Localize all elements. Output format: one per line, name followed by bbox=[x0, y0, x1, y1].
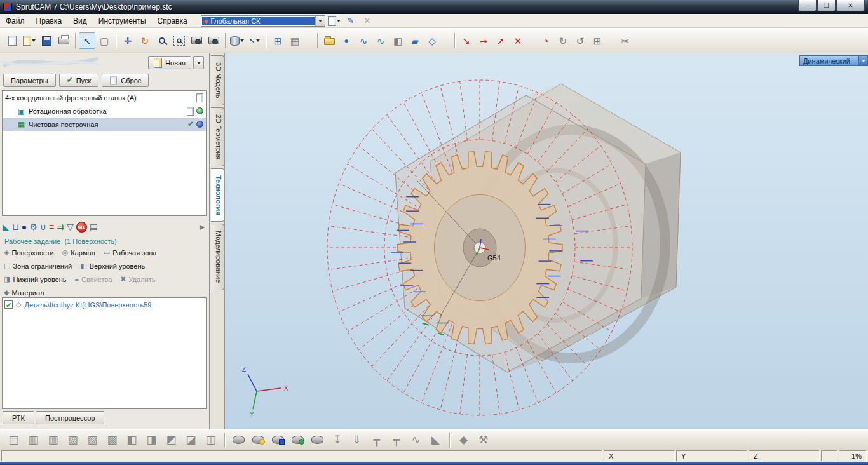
point-tool-button[interactable]: ● bbox=[338, 32, 355, 49]
plane-tool-button[interactable]: ▰ bbox=[407, 32, 423, 49]
pick-mode-button[interactable]: ↖ bbox=[246, 32, 262, 49]
close-button[interactable]: ✕ bbox=[836, 0, 865, 11]
machine-scheme-8-button[interactable]: ◨ bbox=[143, 433, 160, 448]
machine-gears-icon[interactable]: ⚙ bbox=[29, 222, 37, 232]
menu-file[interactable]: Файл bbox=[0, 15, 31, 27]
tab-3d-model[interactable]: 3D Модель bbox=[211, 55, 224, 105]
minimize-button[interactable]: – bbox=[798, 0, 817, 11]
strip-expand-arrow[interactable]: ► bbox=[198, 222, 207, 232]
snap-endpoint-button[interactable]: ➘ bbox=[458, 32, 475, 49]
tab-rtk[interactable]: РТК bbox=[3, 411, 34, 424]
sim-workpiece-button[interactable] bbox=[230, 433, 247, 448]
link-bottom-level[interactable]: ◨Нижний уровень bbox=[4, 274, 67, 284]
link-pocket[interactable]: ◎Карман bbox=[62, 248, 95, 257]
machine-scheme-7-button[interactable]: ◧ bbox=[123, 433, 140, 448]
viewport-3d[interactable]: G54 Z X Y Динамический bbox=[225, 53, 868, 429]
surface-tool-button[interactable]: ◧ bbox=[390, 32, 406, 49]
spline-tool-button[interactable]: ∿ bbox=[372, 32, 389, 49]
sim-fixture-button[interactable] bbox=[269, 433, 287, 448]
scene-canvas[interactable]: G54 Z X Y bbox=[225, 53, 868, 429]
tab-2d-geometry[interactable]: 2D Геометрия bbox=[211, 107, 224, 166]
tab-technology[interactable]: Технология bbox=[211, 168, 224, 222]
snap-midpoint-button[interactable]: ➙ bbox=[475, 32, 492, 49]
select-cursor-button[interactable]: ↖ bbox=[79, 32, 95, 49]
new-operation-dropdown[interactable] bbox=[193, 56, 204, 69]
machine-doc-icon[interactable] bbox=[196, 93, 203, 102]
rotate-view-button[interactable]: ↻ bbox=[137, 32, 153, 49]
machine-scheme-4-button[interactable]: ▧ bbox=[64, 433, 81, 448]
parameters-button[interactable]: Параметры bbox=[3, 74, 56, 87]
item-checkbox[interactable]: ✔ bbox=[4, 300, 13, 309]
tree-row-operation-selected[interactable]: ▦ Чистовая построчная ✔ bbox=[3, 118, 206, 131]
array-grid-button[interactable]: ⊞ bbox=[589, 32, 606, 49]
tool-holder-button[interactable]: ┳ bbox=[368, 433, 385, 448]
tool-sphere-icon[interactable]: ● bbox=[22, 222, 27, 232]
pan-view-button[interactable]: ✛ bbox=[119, 32, 136, 49]
machine-scheme-10-button[interactable]: ◪ bbox=[182, 433, 200, 448]
face-tool-button[interactable]: ◇ bbox=[424, 32, 440, 49]
menu-edit[interactable]: Правка bbox=[31, 15, 68, 27]
menu-view[interactable]: Вид bbox=[67, 15, 93, 27]
link-material[interactable]: ◆Материал bbox=[4, 288, 44, 297]
curve-tool-button[interactable]: ∿ bbox=[355, 32, 372, 49]
link-restrict-zone[interactable]: ▢Зона ограничений bbox=[4, 261, 72, 271]
link-top-level[interactable]: ◧Верхний уровень bbox=[80, 261, 145, 271]
tree-row-operation-group[interactable]: ▣ Ротационная обработка bbox=[3, 104, 206, 118]
trim-button[interactable]: ✂ bbox=[617, 32, 634, 49]
print-button[interactable] bbox=[55, 32, 72, 49]
shading-mode-button[interactable] bbox=[229, 32, 245, 49]
measure-angle-button[interactable]: ◔ bbox=[538, 32, 554, 49]
snap-off-button[interactable]: ✕ bbox=[510, 32, 526, 49]
workpiece-icon[interactable]: ⊔ bbox=[12, 222, 19, 232]
postprocess-icon[interactable]: ▤ bbox=[90, 222, 98, 232]
render-mode-arrow[interactable] bbox=[858, 56, 867, 65]
link-surfaces[interactable]: ◈Поверхности bbox=[4, 248, 54, 257]
run-button[interactable]: ✔ Пуск bbox=[59, 74, 99, 87]
machine-scheme-11-button[interactable]: ◫ bbox=[202, 433, 219, 448]
coordinate-system-combo[interactable]: ◆ Глобальная СК bbox=[201, 15, 325, 27]
rotate-ccw-button[interactable]: ↺ bbox=[572, 32, 588, 49]
job-list-item[interactable]: ✔ ◇ Деталь\Itcnthyz Kt[t.IGS\Поверхность… bbox=[4, 300, 204, 309]
maximize-button[interactable]: ❐ bbox=[817, 0, 836, 11]
coordinate-table-button[interactable]: ⊞ bbox=[269, 32, 286, 49]
zoom-window-button[interactable] bbox=[171, 32, 187, 49]
import-button[interactable] bbox=[21, 32, 37, 49]
reset-button[interactable]: Сброс bbox=[102, 74, 149, 87]
part-view-button[interactable]: ◣ bbox=[427, 433, 444, 448]
machine-scheme-6-button[interactable]: ▩ bbox=[104, 433, 121, 448]
snap-intersection-button[interactable]: ➚ bbox=[492, 32, 509, 49]
strategy-icon[interactable]: ⇉ bbox=[57, 222, 64, 232]
filter-icon[interactable]: ▽ bbox=[67, 222, 74, 232]
link-work-zone[interactable]: ▭Рабочая зона bbox=[104, 248, 157, 257]
machine-scheme-9-button[interactable]: ◩ bbox=[163, 433, 180, 448]
snapshot-button[interactable] bbox=[188, 32, 205, 49]
zoom-button[interactable] bbox=[154, 32, 170, 49]
toolpath-edit-button[interactable]: ∿ bbox=[407, 433, 424, 448]
m1-commands-icon[interactable]: M1 bbox=[76, 222, 87, 232]
cs-new-button[interactable] bbox=[327, 15, 342, 27]
render-mode-combo[interactable]: Динамический bbox=[799, 55, 868, 66]
sim-step-down-button[interactable]: ↧ bbox=[329, 433, 346, 448]
menu-help[interactable]: Справка bbox=[152, 15, 193, 27]
sim-stock-button[interactable] bbox=[250, 433, 267, 448]
tab-postprocessor[interactable]: Постпроцессор bbox=[36, 411, 104, 424]
new-document-button[interactable] bbox=[4, 32, 20, 49]
box-select-button[interactable]: ▢ bbox=[96, 32, 112, 49]
cs-dropdown-arrow[interactable] bbox=[315, 16, 325, 26]
open-geometry-button[interactable] bbox=[321, 32, 337, 49]
snapshot-settings-button[interactable] bbox=[205, 32, 222, 49]
new-operation-button[interactable]: Новая bbox=[148, 56, 191, 69]
calculator-button[interactable]: ▦ bbox=[287, 32, 303, 49]
machine-scheme-5-button[interactable]: ▨ bbox=[84, 433, 101, 448]
tab-simulation[interactable]: Моделирование bbox=[211, 224, 224, 290]
tree-row-machine[interactable]: 4-х координатный фрезерный станок (A) bbox=[3, 91, 206, 104]
feeds-icon[interactable]: ≡ bbox=[49, 222, 54, 232]
menu-tools[interactable]: Инструменты bbox=[93, 15, 152, 27]
rotate-cw-button[interactable]: ↻ bbox=[555, 32, 571, 49]
machine-scheme-3-button[interactable]: ▦ bbox=[44, 433, 62, 448]
setup-wrench-button[interactable]: ⚒ bbox=[475, 433, 492, 448]
job-assignment-icon[interactable]: ◣ bbox=[3, 222, 10, 232]
cs-edit-button[interactable]: ✎ bbox=[343, 15, 358, 27]
tool-drill-button[interactable]: ┯ bbox=[388, 433, 405, 448]
sim-compare-button[interactable] bbox=[309, 433, 326, 448]
